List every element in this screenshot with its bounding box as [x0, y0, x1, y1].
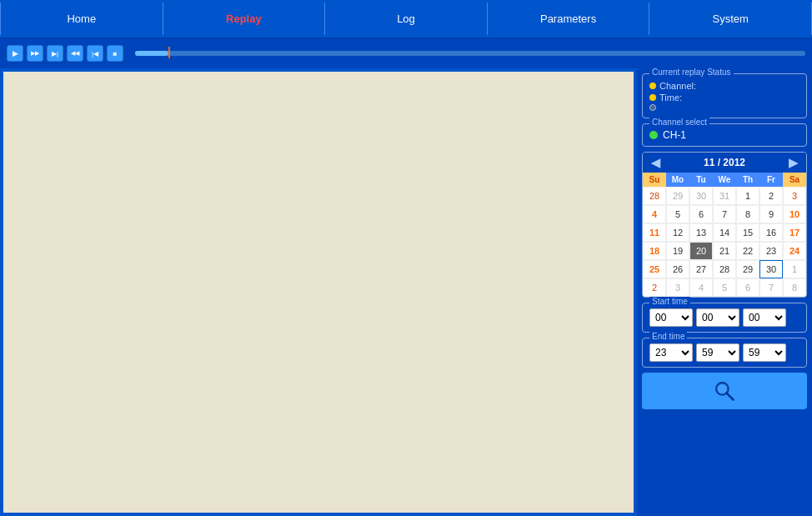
cal-header-su: Su [643, 173, 666, 187]
cal-cell[interactable]: 22 [736, 242, 759, 260]
cal-cell[interactable]: 12 [666, 223, 689, 242]
nav-replay[interactable]: Replay [163, 3, 326, 35]
cal-cell[interactable]: 10 [783, 205, 806, 223]
cal-cell[interactable]: 29 [666, 187, 689, 205]
cal-cell[interactable]: 29 [736, 260, 759, 278]
start-time-legend: Start time [649, 297, 690, 306]
cal-header-we: We [713, 173, 736, 187]
cal-month-year: 11 / 2012 [704, 157, 745, 168]
channel-dot [649, 83, 656, 89]
end-minute-select[interactable]: 0001020304050607080910111213141516171819… [696, 343, 739, 362]
end-hour-select[interactable]: 0001020304050607080910111213141516171819… [649, 343, 693, 362]
nav-log[interactable]: Log [325, 3, 488, 35]
cal-cell[interactable]: 1 [736, 187, 759, 205]
cal-cell[interactable]: 17 [783, 223, 806, 242]
cal-cell[interactable]: 6 [736, 278, 759, 297]
channel-row: CH-1 [649, 129, 799, 141]
fast-forward-button[interactable]: ▶▶ [27, 45, 43, 62]
cal-cell[interactable]: 4 [643, 205, 666, 223]
calendar-grid: Su Mo Tu We Th Fr Sa [643, 173, 806, 187]
cal-cell[interactable]: 30 [759, 260, 783, 278]
channel-label: Channel: [659, 81, 696, 91]
cal-header-mo: Mo [666, 173, 689, 187]
nav-system[interactable]: System [649, 3, 812, 35]
start-time-box: Start time 00010203040506070809101112131… [642, 303, 807, 333]
cal-cell[interactable]: 31 [713, 187, 736, 205]
channel-legend: Channel select [649, 118, 709, 127]
channel-value: CH-1 [663, 129, 686, 141]
start-minute-select[interactable]: 0001020304050607080910111213141516171819… [696, 308, 739, 327]
step-back-button[interactable]: |◀ [87, 45, 103, 62]
cal-cell[interactable]: 2 [643, 278, 666, 297]
status-channel-row: Channel: [649, 81, 799, 91]
video-area [3, 72, 634, 513]
status-legend: Current replay Status [649, 68, 734, 77]
cal-cell[interactable]: 3 [666, 278, 689, 297]
nav-home[interactable]: Home [0, 3, 163, 35]
cal-cell[interactable]: 19 [666, 242, 689, 260]
cal-prev-button[interactable]: ◀ [648, 156, 664, 169]
progress-bar[interactable] [135, 50, 805, 57]
cal-cell[interactable]: 5 [713, 278, 736, 297]
cal-cell[interactable]: 23 [759, 242, 783, 260]
channel-green-dot [649, 131, 658, 139]
cal-cell[interactable]: 13 [689, 223, 713, 242]
cal-cell[interactable]: 30 [689, 187, 713, 205]
play-button[interactable]: ▶ [7, 45, 23, 62]
cal-cell[interactable]: 5 [666, 205, 689, 223]
search-button[interactable] [642, 373, 807, 409]
cal-cell[interactable]: 3 [783, 187, 806, 205]
status-box: Current replay Status Channel: Time: [642, 73, 807, 118]
time-label: Time: [659, 93, 682, 103]
progress-fill [135, 51, 168, 56]
cal-cell[interactable]: 9 [759, 205, 783, 223]
cal-header-fr: Fr [759, 173, 783, 187]
cal-cell[interactable]: 18 [643, 242, 666, 260]
cal-cell[interactable]: 2 [759, 187, 783, 205]
cal-cell[interactable]: 11 [643, 223, 666, 242]
cal-cell[interactable]: 20 [689, 242, 713, 260]
cal-cell[interactable]: 25 [643, 260, 666, 278]
cal-cell[interactable]: 16 [759, 223, 783, 242]
calendar-cells: 2829303112345678910111213141516171819202… [643, 187, 806, 297]
stop-button[interactable]: ■ [107, 45, 123, 62]
cal-cell[interactable]: 8 [736, 205, 759, 223]
cal-cell[interactable]: 7 [759, 278, 783, 297]
progress-thumb[interactable] [168, 47, 170, 58]
nav-parameters[interactable]: Parameters [488, 3, 650, 35]
step-forward-button[interactable]: ▶| [47, 45, 63, 62]
cal-cell[interactable]: 15 [736, 223, 759, 242]
nav-bar: Home Replay Log Parameters System [0, 0, 812, 38]
cal-header-th: Th [736, 173, 759, 187]
cal-next-button[interactable]: ▶ [785, 156, 801, 169]
cal-cell[interactable]: 26 [666, 260, 689, 278]
cal-cell[interactable]: 1 [783, 260, 806, 278]
start-time-row: 0001020304050607080910111213141516171819… [649, 308, 799, 327]
cal-cell[interactable]: 6 [689, 205, 713, 223]
cal-cell[interactable]: 14 [713, 223, 736, 242]
start-second-select[interactable]: 0001020304050607080910111213141516171819… [743, 308, 786, 327]
channel-box: Channel select CH-1 [642, 123, 807, 147]
end-time-box: End time 0001020304050607080910111213141… [642, 338, 807, 368]
main-area: Current replay Status Channel: Time: Cha… [0, 68, 812, 516]
cal-cell[interactable]: 27 [689, 260, 713, 278]
cal-header-tu: Tu [689, 173, 713, 187]
svg-line-2 [727, 393, 734, 400]
calendar-box: ◀ 11 / 2012 ▶ Su Mo Tu We Th Fr Sa 28293… [642, 152, 807, 298]
cal-cell[interactable]: 24 [783, 242, 806, 260]
end-second-select[interactable]: 0001020304050607080910111213141516171819… [743, 343, 786, 362]
end-time-row: 0001020304050607080910111213141516171819… [649, 343, 799, 362]
start-hour-select[interactable]: 0001020304050607080910111213141516171819… [649, 308, 693, 327]
cal-cell[interactable]: 7 [713, 205, 736, 223]
extra-dot [649, 104, 656, 111]
controls-bar: ▶ ▶▶ ▶| ◀◀ |◀ ■ [0, 38, 812, 68]
cal-cell[interactable]: 8 [783, 278, 806, 297]
cal-cell[interactable]: 28 [713, 260, 736, 278]
cal-cell[interactable]: 28 [643, 187, 666, 205]
cal-cell[interactable]: 21 [713, 242, 736, 260]
cal-cell[interactable]: 4 [689, 278, 713, 297]
time-dot [649, 94, 656, 101]
status-time-row: Time: [649, 93, 799, 103]
rewind-button[interactable]: ◀◀ [67, 45, 83, 62]
progress-track [135, 51, 805, 56]
